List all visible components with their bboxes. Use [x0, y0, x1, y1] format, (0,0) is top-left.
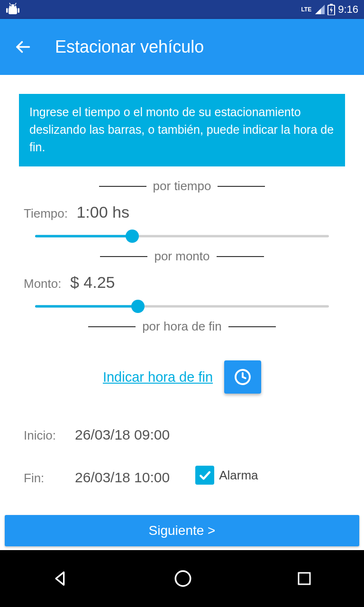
separator-time: por tiempo — [5, 179, 359, 193]
page-title: Estacionar vehículo — [55, 37, 204, 57]
svg-rect-8 — [330, 4, 333, 5]
separator-end: por hora de fin — [5, 319, 359, 334]
amount-slider[interactable] — [35, 298, 329, 314]
start-value: 26/03/18 09:00 — [75, 427, 170, 443]
instruction-box: Ingrese el tiempo o el monto de su estac… — [19, 94, 345, 166]
separator-time-label: por tiempo — [153, 179, 211, 193]
separator-end-label: por hora de fin — [142, 319, 222, 334]
nav-recent-button[interactable] — [296, 570, 313, 587]
end-time-row: Indicar hora de fin — [5, 360, 359, 394]
datetime-section: Inicio: 26/03/18 09:00 Fin: 26/03/18 10:… — [5, 427, 359, 486]
svg-rect-12 — [299, 573, 310, 584]
signal-icon — [315, 5, 325, 14]
end-row: Fin: 26/03/18 10:00 Alarma — [24, 466, 340, 486]
clock-icon — [233, 368, 252, 386]
amount-row: Monto: $ 4.25 — [5, 268, 359, 314]
status-bar: LTE 9:16 — [0, 0, 364, 19]
amount-slider-thumb[interactable] — [131, 300, 145, 313]
back-button[interactable] — [13, 37, 32, 56]
time-value: 1:00 hs — [76, 203, 129, 221]
check-icon — [198, 468, 212, 482]
amount-label: Monto: — [24, 276, 62, 291]
svg-line-6 — [15, 3, 16, 5]
main-content: Ingrese el tiempo o el monto de su estac… — [0, 75, 364, 550]
start-row: Inicio: 26/03/18 09:00 — [24, 427, 340, 443]
alarm-label: Alarma — [219, 468, 258, 483]
svg-point-11 — [175, 571, 191, 586]
svg-point-3 — [10, 5, 12, 7]
separator-amount-label: por monto — [154, 249, 209, 264]
app-bar: Estacionar vehículo — [0, 19, 364, 75]
alarm-checkbox[interactable] — [195, 466, 214, 485]
clock-label: 9:16 — [338, 3, 358, 16]
svg-line-5 — [9, 3, 10, 5]
amount-value: $ 4.25 — [70, 273, 115, 291]
time-slider[interactable] — [35, 228, 329, 244]
android-mascot-icon — [6, 3, 20, 16]
clock-button[interactable] — [224, 360, 261, 394]
end-value: 26/03/18 10:00 — [75, 469, 170, 486]
end-label: Fin: — [24, 471, 63, 486]
network-type: LTE — [301, 6, 311, 13]
start-label: Inicio: — [24, 428, 63, 443]
separator-amount: por monto — [5, 249, 359, 264]
indicate-end-time-link[interactable]: Indicar hora de fin — [103, 369, 213, 385]
svg-point-4 — [14, 5, 16, 7]
svg-rect-1 — [6, 8, 8, 13]
time-slider-thumb[interactable] — [126, 230, 139, 243]
nav-home-button[interactable] — [173, 569, 193, 589]
time-label: Tiempo: — [24, 206, 68, 221]
battery-charging-icon — [328, 4, 335, 15]
svg-rect-0 — [9, 8, 17, 14]
nav-bar — [0, 550, 364, 607]
nav-back-button[interactable] — [51, 569, 70, 588]
next-button[interactable]: Siguiente > — [5, 515, 359, 546]
time-row: Tiempo: 1:00 hs — [5, 198, 359, 244]
svg-rect-2 — [18, 8, 20, 13]
next-button-label: Siguiente > — [149, 523, 216, 538]
